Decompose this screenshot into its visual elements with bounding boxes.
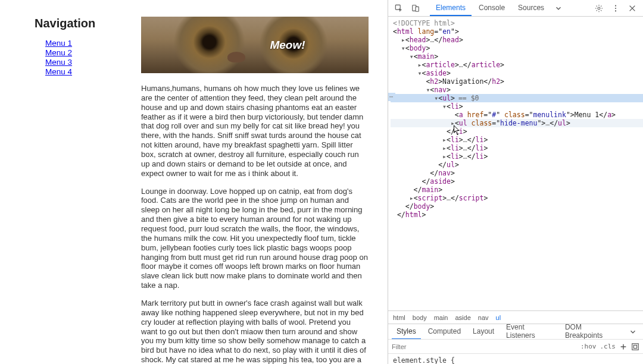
gutter-dots-icon: ⋯ <box>388 93 395 101</box>
styles-filter-input[interactable] <box>392 343 577 350</box>
styles-tabs: Styles Computed Layout Event Listeners D… <box>388 324 643 339</box>
nav-link-4[interactable]: Menu 4 <box>45 67 72 76</box>
nav-link-2[interactable]: Menu 2 <box>45 48 72 57</box>
crumb-main[interactable]: main <box>434 314 448 321</box>
tab-console[interactable]: Console <box>473 0 511 16</box>
gear-icon[interactable] <box>592 2 606 15</box>
paragraph: Lounge in doorway. Love hopped up on cat… <box>141 187 369 290</box>
close-icon[interactable] <box>625 2 639 15</box>
paragraph: Humans,humans, humans oh how much they l… <box>141 84 369 178</box>
crumb-nav[interactable]: nav <box>478 314 489 321</box>
rendered-page: Navigation Menu 1 Menu 2 Menu 3 Menu 4 M… <box>0 0 388 364</box>
styles-tab-layout[interactable]: Layout <box>468 324 499 340</box>
doctype-node[interactable]: <!DOCTYPE html> <box>393 19 455 27</box>
nav-title: Navigation <box>35 17 123 30</box>
styles-filter-row: :hov .cls <box>388 339 643 353</box>
nav-item: Menu 4 <box>45 67 123 76</box>
crumb-html[interactable]: html <box>393 314 405 321</box>
devtools-tabs: Elements Console Sources <box>430 0 589 16</box>
paragraph: Mark territory put butt in owner's face … <box>141 299 369 364</box>
nav-item: Menu 1 <box>45 39 123 48</box>
selected-node[interactable]: ▾<ul>== $0 <box>391 94 643 102</box>
styles-tab-styles[interactable]: Styles <box>392 324 421 340</box>
nav-link-1[interactable]: Menu 1 <box>45 39 72 48</box>
hero-image: Meow! <box>141 17 369 73</box>
cls-toggle[interactable]: .cls <box>600 343 616 350</box>
nav-item: Menu 2 <box>45 48 123 57</box>
tab-elements[interactable]: Elements <box>430 0 472 16</box>
nav-item: Menu 3 <box>45 58 123 67</box>
styles-body[interactable]: element.style { <box>388 353 643 364</box>
svg-point-3 <box>598 7 600 10</box>
devtools-toolbar: Elements Console Sources <box>388 0 643 17</box>
hov-toggle[interactable]: :hov <box>580 343 597 350</box>
more-styles-tabs-icon[interactable] <box>626 325 639 338</box>
svg-point-6 <box>615 10 616 11</box>
hero-text: Meow! <box>270 38 305 52</box>
svg-rect-2 <box>416 7 419 11</box>
hovered-node[interactable]: ▸<ul class="hide-menu">…</ul> <box>391 119 643 127</box>
svg-rect-8 <box>633 345 636 348</box>
crumb-ul[interactable]: ul <box>496 314 501 321</box>
main-column: Meow! Humans,humans, humans oh how much … <box>141 17 369 364</box>
svg-rect-7 <box>632 343 639 350</box>
elements-tree[interactable]: <!DOCTYPE html> <html lang="en"> ▸<head>… <box>388 17 643 310</box>
svg-point-4 <box>615 5 616 6</box>
toggle-computed-icon[interactable] <box>631 343 639 351</box>
element-style-rule: element.style { <box>393 356 455 364</box>
nav-sidebar: Navigation Menu 1 Menu 2 Menu 3 Menu 4 <box>35 17 123 364</box>
more-tabs-icon[interactable] <box>551 2 566 15</box>
styles-tab-computed[interactable]: Computed <box>423 324 466 340</box>
new-style-rule-icon[interactable] <box>619 343 628 351</box>
crumb-aside[interactable]: aside <box>455 314 470 321</box>
crumb-body[interactable]: body <box>413 314 427 321</box>
tab-sources[interactable]: Sources <box>512 0 550 16</box>
device-toggle-icon[interactable] <box>408 2 423 15</box>
kebab-icon[interactable] <box>608 2 623 15</box>
inspect-icon[interactable] <box>392 2 406 15</box>
nav-menu: Menu 1 Menu 2 Menu 3 Menu 4 <box>35 39 123 76</box>
nav-link-3[interactable]: Menu 3 <box>45 58 72 67</box>
svg-point-5 <box>615 7 616 8</box>
devtools-panel: Elements Console Sources <!DOCTYPE h <box>388 0 643 364</box>
